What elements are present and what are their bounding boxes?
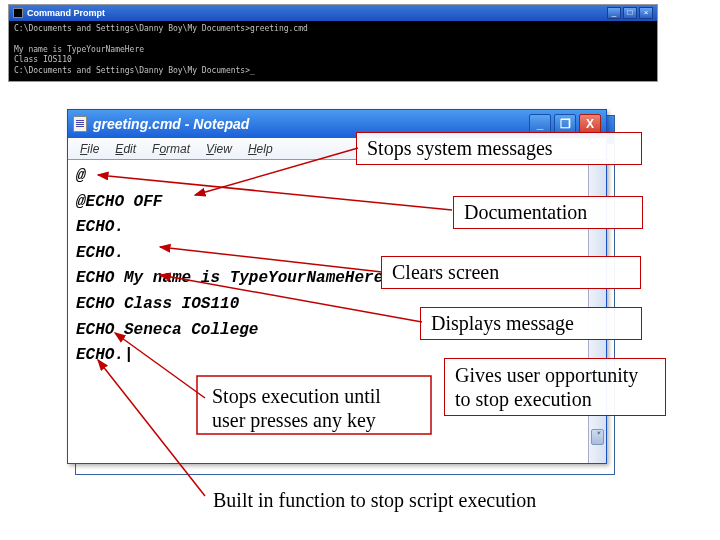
cmd-maximize-button[interactable]: □ [623,7,637,19]
annotation-documentation: Documentation [453,196,643,229]
cmd-close-button[interactable]: × [639,7,653,19]
cmd-minimize-button[interactable]: _ [607,7,621,19]
notepad-icon [73,116,87,132]
menu-file[interactable]: File [72,140,107,158]
notepad-minimize-button[interactable]: _ [529,114,551,134]
annotation-stops-execution: Stops execution until user presses any k… [202,380,420,436]
cmd-icon [13,8,23,18]
annotation-gives-opportunity: Gives user opportunity to stop execution [444,358,666,416]
notepad-maximize-button[interactable]: ❐ [554,114,576,134]
notepad-title: greeting.cmd - Notepad [93,116,529,132]
annotation-stops-messages: Stops system messages [356,132,642,165]
annotation-displays-message: Displays message [420,307,642,340]
menu-format[interactable]: Format [144,140,198,158]
cmd-output: C:\Documents and Settings\Danny Boy\My D… [9,21,657,81]
code-line: @ [76,164,598,190]
menu-view[interactable]: View [198,140,240,158]
menu-edit[interactable]: Edit [107,140,144,158]
annotation-clears-screen: Clears screen [381,256,641,289]
command-prompt-window: Command Prompt _ □ × C:\Documents and Se… [8,4,658,82]
cmd-titlebar: Command Prompt _ □ × [9,5,657,21]
cmd-window-controls: _ □ × [607,7,653,19]
scrollbar-down-arrow[interactable]: ˅ [591,429,604,445]
notepad-close-button[interactable]: X [579,114,601,134]
cmd-title: Command Prompt [27,8,607,18]
menu-help[interactable]: Help [240,140,281,158]
notepad-window-controls: _ ❐ X [529,114,601,134]
annotation-builtin-function: Built in function to stop script executi… [203,485,643,516]
